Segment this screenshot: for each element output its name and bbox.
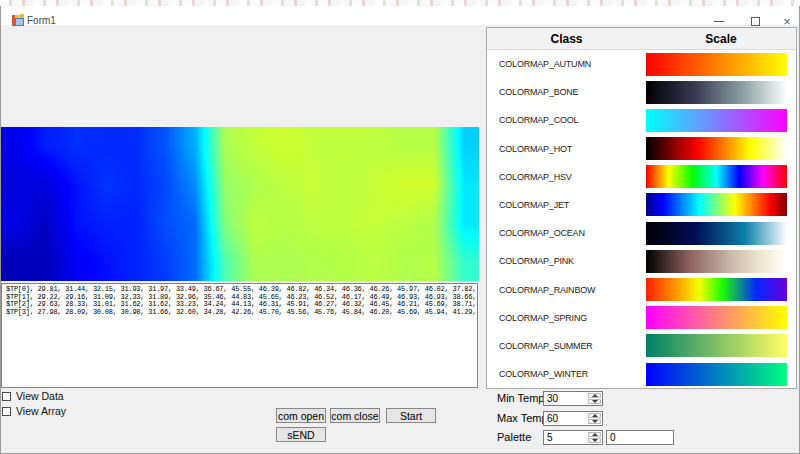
colormap-row[interactable]: COLORMAP_JET xyxy=(487,191,796,219)
colormap-row[interactable]: COLORMAP_RAINBOW xyxy=(487,276,796,304)
view-data-checkbox-box[interactable] xyxy=(2,392,11,401)
colormap-row[interactable]: COLORMAP_WINTER xyxy=(487,360,796,388)
min-temp-value: 30 xyxy=(547,393,558,404)
colormap-class-label: COLORMAP_OCEAN xyxy=(499,228,585,238)
colormap-row[interactable]: COLORMAP_HSV xyxy=(487,163,796,191)
colormap-scale-bar xyxy=(646,306,787,329)
view-data-checkbox[interactable]: View Data xyxy=(2,390,64,402)
colormap-class-label: COLORMAP_SUMMER xyxy=(499,341,593,351)
spin-down-button[interactable] xyxy=(588,419,601,424)
palette-label: Palette xyxy=(497,431,531,443)
max-temp-label: Max Temp xyxy=(497,412,548,424)
titlebar[interactable]: Form1 × xyxy=(0,6,800,25)
colormap-grid-header: Class Scale xyxy=(487,28,796,50)
colormap-scale-bar xyxy=(646,137,787,160)
colormap-row[interactable]: COLORMAP_HOT xyxy=(487,135,796,163)
colormap-scale-bar xyxy=(646,278,787,301)
arrow-up-icon xyxy=(592,433,598,436)
colormap-class-label: COLORMAP_AUTUMN xyxy=(499,59,591,69)
max-temp-value: 60 xyxy=(547,413,558,424)
max-temp-stepper[interactable]: 60 xyxy=(543,411,603,426)
colormap-row[interactable]: COLORMAP_COOL xyxy=(487,106,796,134)
arrow-down-icon xyxy=(592,400,598,403)
arrow-down-icon xyxy=(592,439,598,442)
view-array-checkbox[interactable]: View Array xyxy=(2,405,66,417)
maximize-icon xyxy=(751,17,760,26)
spin-up-button[interactable] xyxy=(588,413,601,418)
colormap-row[interactable]: COLORMAP_PINK xyxy=(487,247,796,275)
colormap-grid: Class Scale COLORMAP_AUTUMNCOLORMAP_BONE… xyxy=(486,27,797,389)
palette-value: 5 xyxy=(547,432,553,443)
thermal-image xyxy=(1,127,479,281)
palette-aux-value: 0 xyxy=(610,432,616,443)
spin-up-button[interactable] xyxy=(588,432,601,437)
colormap-scale-bar xyxy=(646,81,787,104)
spin-down-button[interactable] xyxy=(588,438,601,443)
colormap-class-label: COLORMAP_COOL xyxy=(499,115,578,125)
min-temp-stepper[interactable]: 30 xyxy=(543,391,603,406)
colormap-class-label: COLORMAP_WINTER xyxy=(499,369,588,379)
colormap-class-label: COLORMAP_JET xyxy=(499,200,569,210)
colormap-scale-bar xyxy=(646,363,787,386)
colormap-row[interactable]: COLORMAP_SUMMER xyxy=(487,332,796,360)
colormap-scale-bar xyxy=(646,165,787,188)
colormap-row[interactable]: COLORMAP_BONE xyxy=(487,78,796,106)
colormap-class-label: COLORMAP_SPRING xyxy=(499,313,587,323)
colormap-scale-bar xyxy=(646,109,787,132)
min-temp-label: Min Temp xyxy=(497,392,544,404)
com-close-button[interactable]: com close xyxy=(330,408,380,423)
arrow-down-icon xyxy=(592,420,598,423)
colormap-class-label: COLORMAP_HOT xyxy=(499,144,572,154)
min-temp-spin xyxy=(588,393,601,404)
form-icon xyxy=(12,14,24,26)
minimize-icon xyxy=(714,21,724,22)
app-root: Form1 × $TP[0], 29.81, 31.44, 32.15, 31.… xyxy=(0,0,800,454)
start-button[interactable]: Start xyxy=(386,408,436,423)
palette-spin xyxy=(588,432,601,443)
view-array-label: View Array xyxy=(16,405,66,417)
arrow-up-icon xyxy=(592,414,598,417)
colormap-class-label: COLORMAP_BONE xyxy=(499,87,578,97)
colormap-class-label: COLORMAP_PINK xyxy=(499,256,574,266)
colormap-scale-bar xyxy=(646,250,787,273)
colormap-scale-bar xyxy=(646,222,787,245)
class-column-header[interactable]: Class xyxy=(487,28,646,49)
palette-aux-textbox[interactable]: 0 xyxy=(606,430,674,445)
spin-up-button[interactable] xyxy=(588,393,601,398)
max-temp-spin xyxy=(588,413,601,424)
colormap-row[interactable]: COLORMAP_SPRING xyxy=(487,304,796,332)
log-text: $TP[0], 29.81, 31.44, 32.15, 31.93, 31.9… xyxy=(6,286,476,317)
scale-column-header[interactable]: Scale xyxy=(646,28,796,49)
send-button[interactable]: sEND xyxy=(276,427,326,442)
spin-down-button[interactable] xyxy=(588,399,601,404)
colormap-class-label: COLORMAP_HSV xyxy=(499,172,572,182)
view-array-checkbox-box[interactable] xyxy=(2,407,11,416)
colormap-row[interactable]: COLORMAP_AUTUMN xyxy=(487,50,796,78)
data-log-textbox[interactable]: $TP[0], 29.81, 31.44, 32.15, 31.93, 31.9… xyxy=(1,283,478,388)
view-data-label: View Data xyxy=(16,390,64,402)
arrow-up-icon xyxy=(592,394,598,397)
colormap-scale-bar xyxy=(646,334,787,357)
palette-stepper[interactable]: 5 xyxy=(543,430,603,445)
colormap-class-label: COLORMAP_RAINBOW xyxy=(499,285,595,295)
colormap-scale-bar xyxy=(646,53,787,76)
colormap-row[interactable]: COLORMAP_OCEAN xyxy=(487,219,796,247)
colormap-rows: COLORMAP_AUTUMNCOLORMAP_BONECOLORMAP_COO… xyxy=(487,50,796,388)
colormap-scale-bar xyxy=(646,193,787,216)
window-title: Form1 xyxy=(27,15,56,26)
com-open-button[interactable]: com open xyxy=(276,408,326,423)
